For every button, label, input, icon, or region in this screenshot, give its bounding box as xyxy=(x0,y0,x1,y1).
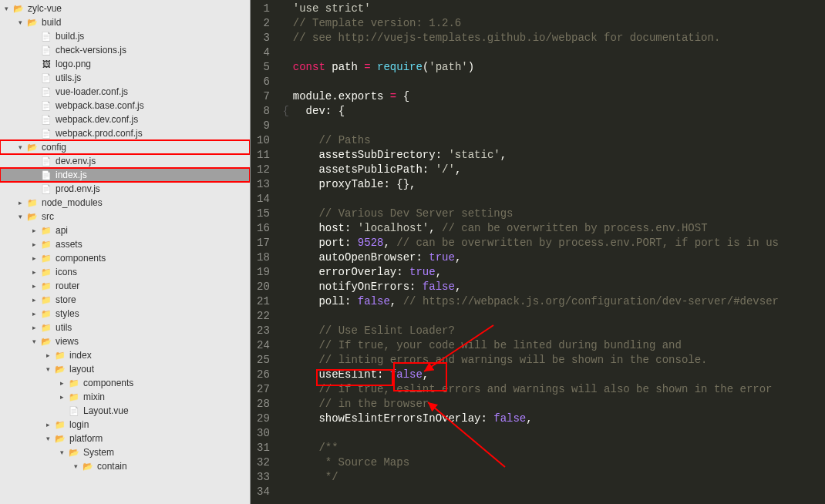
code-line[interactable]: module.exports = { xyxy=(293,89,825,104)
file-icon xyxy=(40,128,52,139)
code-line[interactable]: port: 9528, // can be overwritten by pro… xyxy=(293,236,825,250)
tree-item-vue-loader-conf-js[interactable]: vue-loader.conf.js xyxy=(0,85,250,99)
fold-marker xyxy=(279,207,293,221)
code-line[interactable]: // see http://vuejs-templates.github.io/… xyxy=(293,31,825,45)
tree-item-components[interactable]: ▸components xyxy=(0,251,250,265)
tree-item-dev-env-js[interactable]: dev.env.js xyxy=(0,154,250,168)
code-content[interactable]: 'use strict'// Template version: 1.2.6//… xyxy=(293,2,825,504)
tree-item-label: store xyxy=(56,294,76,306)
line-number: 20 xyxy=(257,280,270,294)
tree-item-utils[interactable]: ▸utils xyxy=(0,321,250,334)
fold-marker xyxy=(279,177,293,192)
fold-marker xyxy=(279,133,293,148)
tree-item-build[interactable]: ▾build xyxy=(0,15,250,29)
code-line[interactable]: * Source Maps xyxy=(293,455,825,470)
code-line[interactable]: */ xyxy=(293,470,825,485)
tree-item-layout[interactable]: ▾layout xyxy=(0,362,250,376)
tree-item-check-versions-js[interactable]: check-versions.js xyxy=(0,43,250,57)
fold-marker xyxy=(279,280,293,294)
chevron-icon: ▾ xyxy=(5,5,12,12)
line-number: 21 xyxy=(257,294,270,309)
code-line[interactable]: // Various Dev Server settings xyxy=(293,207,825,221)
code-line[interactable]: const path = require('path') xyxy=(293,60,825,75)
code-line[interactable]: host: 'localhost', // can be overwritten… xyxy=(293,221,825,236)
tree-item-styles[interactable]: ▸styles xyxy=(0,307,250,321)
tree-item-logo-png[interactable]: logo.png xyxy=(0,57,250,71)
fold-marker xyxy=(279,426,293,441)
chevron-icon: ▸ xyxy=(32,227,40,234)
fold-marker xyxy=(279,441,293,455)
file-tree-sidebar[interactable]: ▾zylc-vue▾buildbuild.jscheck-versions.js… xyxy=(0,0,251,504)
tree-item-platform[interactable]: ▾platform xyxy=(0,432,250,445)
fold-marker xyxy=(279,338,293,353)
tree-item-store[interactable]: ▸store xyxy=(0,293,250,307)
code-line[interactable]: errorOverlay: true, xyxy=(293,265,825,280)
tree-item-label: config xyxy=(42,141,66,153)
code-line[interactable]: // in the browser. xyxy=(293,397,825,412)
tree-item-zylc-vue[interactable]: ▾zylc-vue xyxy=(0,2,250,15)
tree-item-contain[interactable]: ▾contain xyxy=(0,459,250,473)
tree-item-layout-vue[interactable]: Layout.vue xyxy=(0,404,250,418)
tree-item-build-js[interactable]: build.js xyxy=(0,29,250,43)
code-line[interactable]: // If true, your code will be linted dur… xyxy=(293,338,825,353)
fold-marker xyxy=(279,192,293,207)
fold-marker xyxy=(279,148,293,163)
tree-item-api[interactable]: ▸api xyxy=(0,223,250,237)
code-line[interactable]: /** xyxy=(293,441,825,455)
tree-item-assets[interactable]: ▸assets xyxy=(0,237,250,251)
tree-item-login[interactable]: ▸login xyxy=(0,418,250,432)
tree-item-webpack-dev-conf-js[interactable]: webpack.dev.conf.js xyxy=(0,113,250,126)
file-icon xyxy=(40,31,52,42)
code-line[interactable] xyxy=(293,192,825,207)
code-line[interactable]: showEslintErrorsInOverlay: false, xyxy=(293,412,825,426)
line-number: 23 xyxy=(257,324,270,338)
code-line[interactable]: proxyTable: {}, xyxy=(293,177,825,192)
tree-item-webpack-base-conf-js[interactable]: webpack.base.conf.js xyxy=(0,99,250,113)
tree-item-mixin[interactable]: ▸mixin xyxy=(0,390,250,404)
code-line[interactable]: assetsSubDirectory: 'static', xyxy=(293,148,825,163)
code-line[interactable]: // linting errors and warnings will be s… xyxy=(293,353,825,368)
tree-item-node-modules[interactable]: ▸node_modules xyxy=(0,196,250,210)
code-line[interactable] xyxy=(293,75,825,89)
chevron-icon: ▾ xyxy=(19,18,26,26)
tree-item-utils-js[interactable]: utils.js xyxy=(0,71,250,85)
code-line[interactable] xyxy=(293,309,825,324)
code-line[interactable]: dev: { xyxy=(293,104,825,119)
code-line[interactable]: useEslint: false, xyxy=(293,368,825,382)
image-icon xyxy=(40,59,52,69)
code-line[interactable]: // Use Eslint Loader? xyxy=(293,324,825,338)
code-line[interactable] xyxy=(293,45,825,60)
tree-item-config[interactable]: ▾config xyxy=(0,140,250,154)
code-line[interactable] xyxy=(293,426,825,441)
tree-item-icons[interactable]: ▸icons xyxy=(0,265,250,279)
tree-item-index-js[interactable]: index.js xyxy=(0,168,250,182)
code-line[interactable] xyxy=(293,119,825,133)
tree-item-components[interactable]: ▸components xyxy=(0,376,250,390)
tree-item-src[interactable]: ▾src xyxy=(0,210,250,223)
code-line[interactable]: poll: false, // https://webpack.js.org/c… xyxy=(293,294,825,309)
code-line[interactable] xyxy=(293,485,825,499)
code-line[interactable]: // if true, eslint errors and warnings w… xyxy=(293,382,825,397)
chevron-icon: ▸ xyxy=(32,310,40,318)
folder-open-icon xyxy=(54,364,66,375)
line-number: 34 xyxy=(257,485,270,499)
tree-item-router[interactable]: ▸router xyxy=(0,279,250,293)
code-line[interactable]: 'use strict' xyxy=(293,2,825,16)
tree-item-views[interactable]: ▾views xyxy=(0,334,250,348)
tree-item-prod-env-js[interactable]: prod.env.js xyxy=(0,182,250,196)
tree-item-label: assets xyxy=(56,238,82,250)
code-line[interactable]: notifyOnErrors: false, xyxy=(293,280,825,294)
fold-marker xyxy=(279,397,293,412)
line-number: 3 xyxy=(257,31,270,45)
tree-item-system[interactable]: ▾System xyxy=(0,445,250,459)
code-editor[interactable]: 1234567891011121314151617181920212223242… xyxy=(251,0,825,504)
tree-item-index[interactable]: ▸index xyxy=(0,348,250,362)
tree-item-webpack-prod-conf-js[interactable]: webpack.prod.conf.js xyxy=(0,126,250,140)
chevron-icon: ▸ xyxy=(60,379,68,387)
folder-open-icon xyxy=(26,211,39,222)
file-icon xyxy=(40,114,52,125)
code-line[interactable]: assetsPublicPath: '/', xyxy=(293,163,825,177)
code-line[interactable]: // Template version: 1.2.6 xyxy=(293,16,825,31)
code-line[interactable]: // Paths xyxy=(293,133,825,148)
code-line[interactable]: autoOpenBrowser: true, xyxy=(293,250,825,265)
